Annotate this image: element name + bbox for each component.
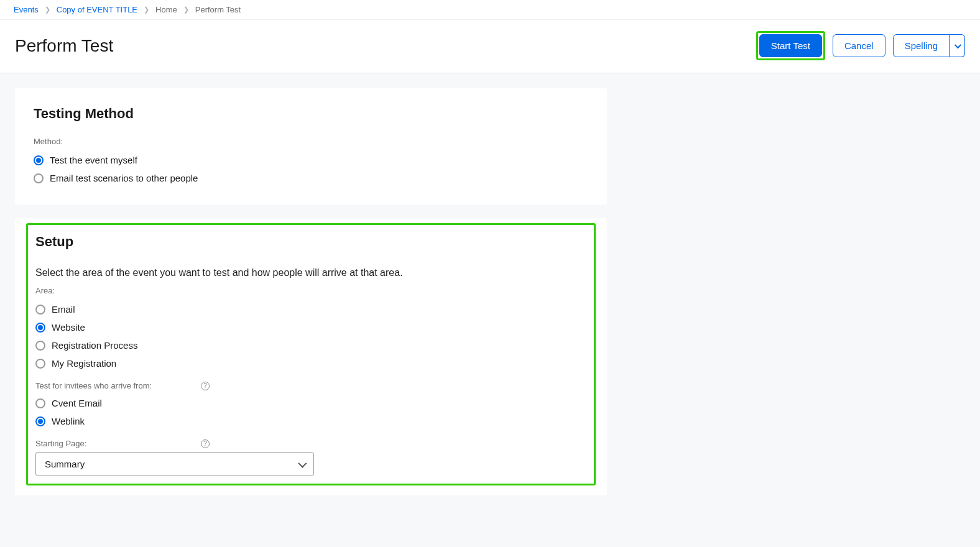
start-test-button[interactable]: Start Test	[759, 34, 822, 57]
spelling-dropdown-button[interactable]	[950, 34, 965, 57]
radio-label: Weblink	[52, 416, 85, 426]
breadcrumb-home: Home	[155, 5, 177, 14]
setup-title: Setup	[35, 234, 586, 250]
breadcrumb-event-title[interactable]: Copy of EVENT TITLE	[57, 5, 137, 14]
radio-icon	[35, 323, 45, 333]
chevron-right-icon: ❯	[144, 6, 149, 14]
radio-arrive-cvent-email[interactable]: Cvent Email	[35, 394, 586, 412]
select-value: Summary	[45, 459, 85, 469]
radio-icon	[35, 359, 45, 369]
radio-label: Registration Process	[52, 340, 137, 351]
radio-test-myself[interactable]: Test the event myself	[34, 151, 588, 169]
radio-arrive-weblink[interactable]: Weblink	[35, 412, 586, 430]
radio-label: Website	[52, 322, 85, 333]
testing-method-title: Testing Method	[34, 106, 588, 122]
radio-label: Test the event myself	[50, 155, 137, 165]
radio-icon	[35, 305, 45, 315]
setup-card: Setup Select the area of the event you w…	[15, 218, 607, 495]
spelling-button[interactable]: Spelling	[893, 34, 950, 57]
help-icon[interactable]: ?	[201, 382, 210, 390]
starting-page-label: Starting Page:	[35, 439, 86, 448]
radio-email-scenarios[interactable]: Email test scenarios to other people	[34, 169, 588, 187]
area-label: Area:	[35, 286, 586, 295]
arrive-from-label: Test for invitees who arrive from:	[35, 381, 152, 390]
breadcrumb: Events ❯ Copy of EVENT TITLE ❯ Home ❯ Pe…	[0, 0, 980, 20]
page-title: Perform Test	[15, 36, 113, 56]
chevron-right-icon: ❯	[45, 6, 50, 14]
testing-method-card: Testing Method Method: Test the event my…	[15, 88, 607, 205]
radio-icon	[35, 416, 45, 426]
cancel-button[interactable]: Cancel	[833, 34, 885, 57]
chevron-right-icon: ❯	[183, 6, 189, 14]
chevron-down-icon	[955, 41, 961, 48]
radio-label: Email	[52, 304, 75, 315]
radio-icon	[35, 341, 45, 351]
starting-page-select[interactable]: Summary	[35, 452, 314, 476]
highlight-setup: Setup Select the area of the event you w…	[26, 223, 596, 485]
method-label: Method:	[34, 137, 588, 146]
help-icon[interactable]: ?	[201, 439, 210, 448]
breadcrumb-events[interactable]: Events	[14, 5, 39, 14]
radio-icon	[34, 155, 44, 165]
radio-area-registration[interactable]: Registration Process	[35, 336, 586, 354]
radio-label: Email test scenarios to other people	[50, 173, 198, 183]
setup-description: Select the area of the event you want to…	[35, 267, 586, 278]
highlight-start-test: Start Test	[756, 31, 825, 60]
radio-area-my-registration[interactable]: My Registration	[35, 354, 586, 372]
chevron-down-icon	[298, 459, 307, 467]
radio-area-website[interactable]: Website	[35, 318, 586, 336]
radio-label: My Registration	[52, 358, 116, 369]
radio-icon	[34, 173, 44, 183]
breadcrumb-current: Perform Test	[195, 5, 241, 14]
radio-icon	[35, 398, 45, 408]
radio-area-email[interactable]: Email	[35, 300, 586, 318]
radio-label: Cvent Email	[52, 398, 102, 408]
